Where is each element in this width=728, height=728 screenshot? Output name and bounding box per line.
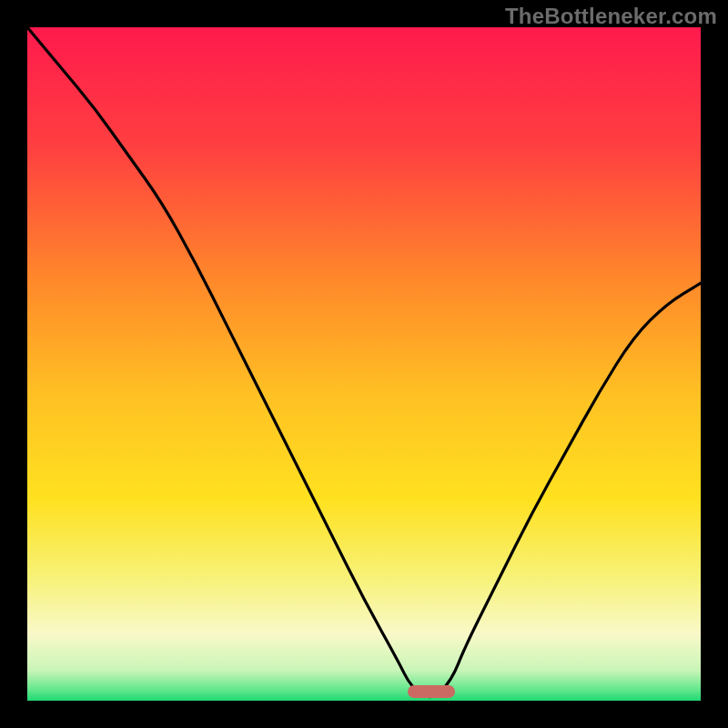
optimal-marker <box>408 685 455 698</box>
bottleneck-curve <box>27 27 701 701</box>
chart-frame: TheBottleneker.com <box>0 0 728 728</box>
plot-area <box>27 27 701 701</box>
watermark-text: TheBottleneker.com <box>505 4 717 29</box>
